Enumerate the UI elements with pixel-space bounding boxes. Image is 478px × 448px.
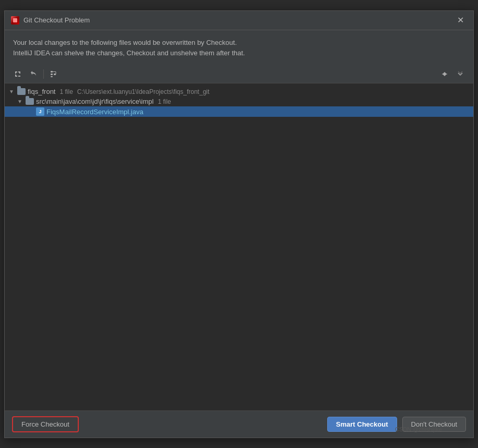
- root-path: C:\Users\ext.luanyu1\IdeaProjects\fiqs_f…: [77, 88, 209, 95]
- toolbar-right: [438, 67, 467, 81]
- file-name: FiqsMailRecordServiceImpl.java: [46, 108, 144, 116]
- tree-subfolder-item[interactable]: ▼ src\main\java\com\jd\jr\fiqs\service\i…: [5, 96, 473, 106]
- tree-file-item[interactable]: J FiqsMailRecordServiceImpl.java: [5, 106, 473, 117]
- dialog-title: Git Checkout Problem: [23, 16, 450, 24]
- root-name: fiqs_front: [28, 88, 55, 95]
- svg-rect-0: [51, 71, 53, 72]
- undo-icon: [30, 70, 37, 78]
- expand-all-icon: [457, 70, 464, 78]
- footer: Force Checkout Smart Checkout Don't Chec…: [5, 410, 473, 438]
- dialog: Git Checkout Problem ✕ Your local change…: [4, 10, 474, 438]
- app-icon: [11, 16, 19, 25]
- root-chevron: ▼: [9, 89, 15, 94]
- toolbar-left: [11, 67, 61, 81]
- collapse-all-icon: [441, 70, 448, 78]
- force-checkout-button[interactable]: Force Checkout: [12, 416, 79, 432]
- root-count: 1 file: [59, 88, 73, 95]
- collapse-all-button[interactable]: [438, 67, 451, 81]
- svg-rect-1: [51, 74, 53, 75]
- tree-icon: [50, 70, 57, 78]
- description-line1: Your local changes to the following file…: [13, 38, 465, 49]
- root-folder-icon: [17, 88, 26, 95]
- toolbar: [5, 65, 473, 83]
- svg-rect-3: [51, 76, 53, 77]
- tree-area: ▼ fiqs_front 1 file C:\Users\ext.luanyu1…: [5, 83, 473, 410]
- subfolder-chevron: ▼: [17, 99, 23, 104]
- watermark: CSDN @zhishijike: [395, 426, 442, 432]
- toolbar-divider: [43, 69, 44, 79]
- expand-button[interactable]: [11, 67, 25, 81]
- expand-all-button[interactable]: [453, 67, 467, 81]
- smart-checkout-button[interactable]: Smart Checkout: [327, 417, 397, 432]
- footer-left: Force Checkout: [12, 416, 79, 432]
- java-file-icon: J: [36, 107, 44, 116]
- close-button[interactable]: ✕: [454, 15, 467, 26]
- subfolder-count: 1 file: [158, 98, 171, 105]
- tree-root-item[interactable]: ▼ fiqs_front 1 file C:\Users\ext.luanyu1…: [5, 87, 473, 96]
- expand-icon: [14, 70, 21, 78]
- description-line2: IntelliJ IDEA can shelve the changes, Ch…: [13, 48, 465, 59]
- subfolder-icon: [26, 98, 34, 105]
- undo-button[interactable]: [27, 67, 40, 81]
- subfolder-name: src\main\java\com\jd\jr\fiqs\service\imp…: [36, 98, 153, 105]
- tree-view-button[interactable]: [47, 67, 61, 81]
- title-bar: Git Checkout Problem ✕: [5, 11, 473, 30]
- description-area: Your local changes to the following file…: [5, 30, 473, 66]
- svg-rect-2: [54, 74, 56, 75]
